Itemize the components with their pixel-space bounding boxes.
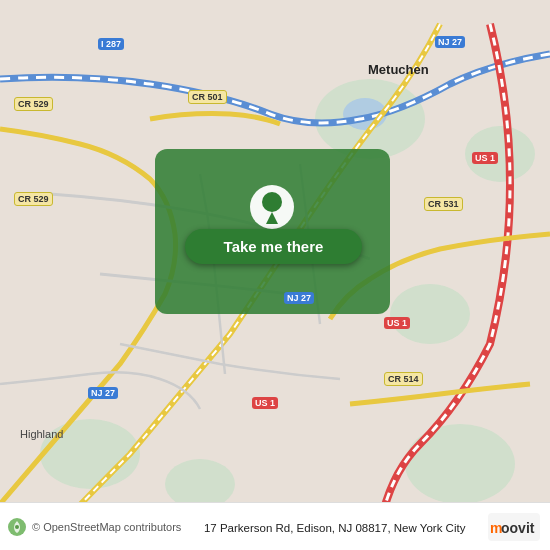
place-label-metuchen: Metuchen xyxy=(368,62,429,77)
road-label-nj27-mid: NJ 27 xyxy=(284,292,314,304)
road-label-cr531: CR 531 xyxy=(424,197,463,211)
svg-point-2 xyxy=(390,284,470,344)
svg-point-5 xyxy=(405,424,515,504)
road-label-cr501: CR 501 xyxy=(188,90,227,104)
osm-attribution: © OpenStreetMap contributors xyxy=(32,521,181,533)
map-container: I 287 NJ 27 CR 529 CR 501 CR 529 US 1 CR… xyxy=(0,0,550,550)
bottom-bar: © OpenStreetMap contributors 17 Parkerso… xyxy=(0,502,550,550)
moovit-icon: m oovit xyxy=(488,513,540,541)
moovit-logo: m oovit xyxy=(488,513,540,541)
road-label-cr514: CR 514 xyxy=(384,372,423,386)
bottom-left: © OpenStreetMap contributors xyxy=(8,518,181,536)
road-label-nj27-bot: NJ 27 xyxy=(88,387,118,399)
road-label-us1-bot: US 1 xyxy=(252,397,278,409)
map-svg xyxy=(0,0,550,550)
address-container: 17 Parkerson Rd, Edison, NJ 08817, New Y… xyxy=(181,518,488,536)
svg-point-12 xyxy=(15,525,19,529)
road-label-i287: I 287 xyxy=(98,38,124,50)
svg-point-10 xyxy=(262,192,282,212)
road-label-cr529-mid: CR 529 xyxy=(14,192,53,206)
road-label-cr529-left: CR 529 xyxy=(14,97,53,111)
take-me-there-button[interactable]: Take me there xyxy=(185,229,362,264)
address-text: 17 Parkerson Rd, Edison, NJ 08817, New Y… xyxy=(204,522,465,534)
road-label-us1-mid: US 1 xyxy=(384,317,410,329)
road-label-us1-right: US 1 xyxy=(472,152,498,164)
place-label-highland: Highland xyxy=(20,428,63,440)
road-label-nj27-top: NJ 27 xyxy=(435,36,465,48)
osm-icon xyxy=(8,518,26,536)
svg-text:oovit: oovit xyxy=(501,520,535,536)
